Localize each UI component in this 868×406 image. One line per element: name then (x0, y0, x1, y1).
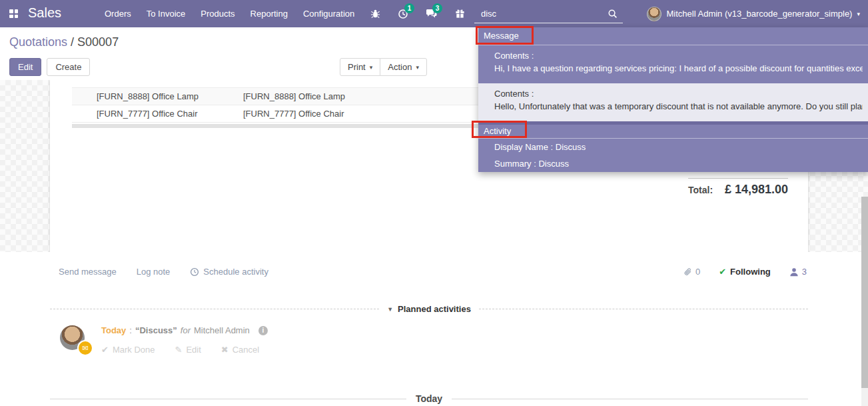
breadcrumb-quotations[interactable]: Quotations (9, 35, 67, 49)
menu-reporting[interactable]: Reporting (250, 9, 288, 19)
form-buttons: Edit Create (9, 58, 90, 76)
user-name: Mitchell Admin (v13_barcode_generator_si… (667, 9, 853, 19)
result-text: Hi, I have a question regarding services… (494, 62, 863, 75)
top-navbar: Sales Orders To Invoice Products Reporti… (0, 0, 868, 27)
x-icon: ✖ (221, 345, 228, 355)
dropdown-section-message: Message (478, 27, 868, 45)
breadcrumb: Quotations / S00007 (9, 35, 119, 49)
activity-tools: ✔ Mark Done ✎ Edit ✖ Cancel (101, 345, 268, 355)
edit-activity-button[interactable]: ✎ Edit (175, 345, 201, 355)
cancel-activity-label: Cancel (232, 345, 259, 355)
planned-activities-toggle[interactable]: ▼ Planned activities (379, 304, 479, 314)
cancel-activity-button[interactable]: ✖ Cancel (221, 345, 259, 355)
breadcrumb-separator: / (67, 35, 77, 49)
create-button[interactable]: Create (47, 58, 90, 76)
cell-product: [FURN_7777] Office Chair (72, 105, 243, 122)
messages-chat-icon[interactable]: 3 (426, 9, 438, 19)
menu-products[interactable]: Products (201, 9, 234, 19)
total-label: Total: (688, 185, 713, 195)
attachments-count: 0 (695, 267, 700, 277)
followers-button[interactable]: 3 (789, 267, 807, 277)
activity-item: ✉ Today: “Discuss” for Mitchell Admin i … (60, 325, 268, 355)
divider-line (479, 309, 808, 309)
page: Sales Orders To Invoice Products Reporti… (0, 0, 868, 406)
print-label: Print (348, 62, 366, 72)
search-results-dropdown: Message Contents : Hi, I have a question… (478, 27, 868, 172)
activities-clock-icon[interactable]: 1 (398, 9, 408, 19)
edit-button[interactable]: Edit (9, 58, 41, 76)
mark-done-button[interactable]: ✔ Mark Done (101, 345, 155, 355)
search-result-item[interactable]: Summary : Discuss (478, 155, 868, 172)
planned-activities-divider: ▼ Planned activities (50, 304, 808, 314)
breadcrumb-current: S00007 (77, 35, 119, 49)
following-label: Following (730, 267, 771, 277)
result-label: Contents : (494, 87, 863, 100)
search-result-item[interactable]: Contents : Hi, I have a question regardi… (478, 45, 868, 83)
messages-badge: 3 (432, 3, 442, 13)
search-input[interactable] (474, 9, 608, 19)
mark-done-label: Mark Done (113, 345, 155, 355)
scrollbar-track (861, 388, 868, 406)
divider-line (50, 309, 379, 309)
nav-menus: Orders To Invoice Products Reporting Con… (105, 0, 354, 27)
result-label: Contents : (494, 49, 863, 62)
person-icon (789, 267, 799, 277)
check-icon: ✔ (719, 267, 726, 277)
chatter-right-tools: 0 ✔ Following 3 (683, 267, 807, 277)
following-button[interactable]: ✔ Following (719, 267, 771, 277)
log-note-button[interactable]: Log note (137, 267, 171, 277)
caret-down-icon: ▾ (857, 11, 860, 17)
activity-for-word: for (181, 325, 191, 335)
info-icon[interactable]: i (258, 326, 268, 335)
bug-icon[interactable] (370, 9, 380, 19)
total-value: £ 14,981.00 (725, 183, 788, 197)
paperclip-icon (683, 267, 693, 277)
attachments-button[interactable]: 0 (683, 267, 700, 277)
caret-down-icon: ▾ (370, 64, 373, 71)
action-dropdown-button[interactable]: Action ▾ (380, 58, 427, 76)
divider-line (452, 399, 808, 399)
menu-orders[interactable]: Orders (105, 9, 131, 19)
activity-summary-line: Today: “Discuss” for Mitchell Admin i (101, 325, 268, 335)
user-avatar (647, 7, 661, 21)
dropdown-section-activity: Activity (478, 125, 868, 139)
envelope-icon: ✉ (82, 344, 88, 353)
search-icon[interactable] (608, 9, 618, 19)
collapse-caret-icon: ▼ (387, 306, 393, 313)
nav-icon-cluster: 1 3 (370, 0, 482, 27)
print-dropdown-button[interactable]: Print ▾ (340, 58, 380, 76)
action-label: Action (388, 62, 412, 72)
chatter: Send message Log note Schedule activity … (0, 252, 868, 406)
today-label: Today (406, 393, 452, 404)
result-text: Hello, Unfortunately that was a temporar… (494, 100, 863, 113)
total-row: Total: £ 14,981.00 (688, 183, 788, 197)
activities-badge: 1 (404, 3, 414, 13)
colon: : (129, 325, 132, 335)
activity-due-date: Today (101, 325, 126, 335)
planned-activities-label: Planned activities (398, 304, 471, 314)
activity-assignee: Mitchell Admin (194, 325, 250, 335)
gift-icon[interactable] (455, 9, 465, 19)
pencil-icon: ✎ (175, 345, 182, 355)
navbar-search (474, 4, 623, 23)
chatter-toolbar: Send message Log note Schedule activity … (59, 267, 807, 277)
activity-body: Today: “Discuss” for Mitchell Admin i ✔ … (101, 325, 268, 355)
apps-menu-icon[interactable] (9, 9, 18, 18)
activity-title: “Discuss” (135, 325, 177, 335)
action-buttons: Print ▾ Action ▾ (340, 58, 427, 76)
schedule-activity-button[interactable]: Schedule activity (190, 267, 268, 277)
menu-to-invoice[interactable]: To Invoice (147, 9, 186, 19)
chatter-links: Send message Log note Schedule activity (59, 267, 268, 277)
search-result-item-highlighted[interactable]: Contents : Hello, Unfortunately that was… (478, 83, 868, 121)
activity-avatar-wrap: ✉ (60, 325, 85, 350)
app-name[interactable]: Sales (28, 5, 61, 21)
today-divider: Today (50, 393, 808, 404)
user-menu[interactable]: Mitchell Admin (v13_barcode_generator_si… (647, 0, 860, 27)
scrollbar-thumb[interactable] (861, 197, 868, 388)
search-result-item[interactable]: Display Name : Discuss (478, 139, 868, 155)
send-message-button[interactable]: Send message (59, 267, 117, 277)
activity-type-badge: ✉ (77, 340, 93, 356)
followers-count: 3 (802, 267, 807, 277)
menu-configuration[interactable]: Configuration (303, 9, 354, 19)
clock-icon (190, 267, 199, 277)
